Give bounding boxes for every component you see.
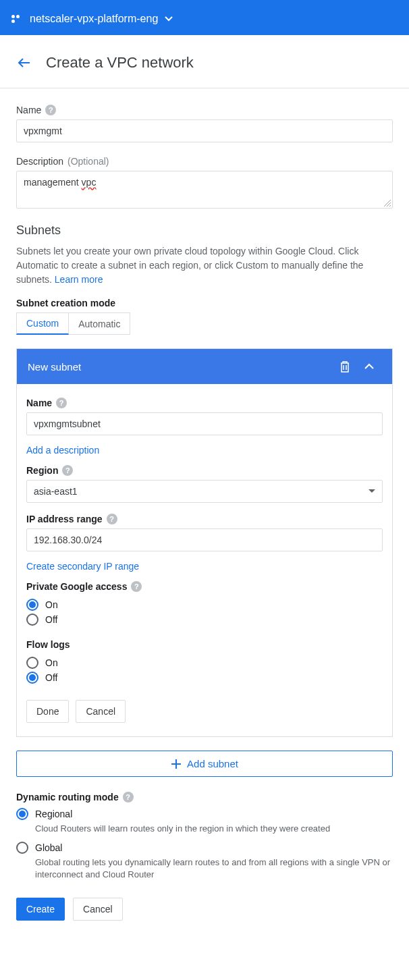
- radio-selected-icon: [26, 672, 38, 684]
- subnet-cancel-button[interactable]: Cancel: [76, 700, 126, 723]
- subnet-name-label: Name: [26, 398, 52, 408]
- cancel-button[interactable]: Cancel: [73, 898, 123, 921]
- pga-on-radio[interactable]: On: [26, 599, 383, 611]
- description-label: Description: [16, 156, 63, 167]
- subnet-header-title: New subnet: [28, 361, 81, 373]
- pga-label: Private Google access: [26, 581, 127, 592]
- top-bar: netscaler-vpx-platform-eng: [0, 0, 409, 35]
- ip-range-input[interactable]: [26, 528, 383, 551]
- chevron-down-icon[interactable]: [165, 16, 173, 22]
- flow-on-radio[interactable]: On: [26, 657, 383, 669]
- radio-icon: [26, 614, 38, 626]
- ip-range-label: IP address range: [26, 514, 103, 524]
- subnets-help: Subnets let you create your own private …: [16, 244, 393, 287]
- learn-more-link[interactable]: Learn more: [55, 274, 103, 285]
- back-arrow-icon[interactable]: [16, 55, 32, 71]
- description-text: management: [24, 177, 82, 188]
- resize-handle-icon[interactable]: [384, 200, 391, 207]
- routing-global-radio[interactable]: Global: [16, 842, 393, 854]
- project-selector[interactable]: netscaler-vpx-platform-eng: [30, 13, 158, 25]
- radio-icon: [16, 842, 28, 854]
- routing-regional-radio[interactable]: Regional: [16, 808, 393, 820]
- delete-subnet-button[interactable]: [333, 360, 357, 373]
- subnet-card: New subnet Name ? Add a description Regi…: [16, 348, 393, 737]
- chevron-up-icon: [364, 363, 375, 370]
- add-description-link[interactable]: Add a description: [26, 445, 99, 456]
- help-icon[interactable]: ?: [131, 581, 142, 592]
- subnet-card-header: New subnet: [17, 349, 392, 384]
- optional-label: (Optional): [67, 156, 109, 167]
- subnet-mode-toggle: Custom Automatic: [16, 312, 393, 335]
- help-icon[interactable]: ?: [62, 465, 73, 476]
- flow-off-radio[interactable]: Off: [26, 672, 383, 684]
- mode-automatic-button[interactable]: Automatic: [69, 312, 130, 335]
- radio-label: Regional: [35, 809, 72, 819]
- trash-icon: [339, 360, 350, 373]
- secondary-ip-link[interactable]: Create secondary IP range: [26, 561, 139, 572]
- routing-global-desc: Global routing lets you dynamically lear…: [35, 856, 393, 881]
- region-label: Region: [26, 465, 58, 476]
- radio-selected-icon: [26, 599, 38, 611]
- radio-label: Off: [45, 614, 57, 625]
- radio-selected-icon: [16, 808, 28, 820]
- subnet-mode-label: Subnet creation mode: [16, 298, 393, 308]
- help-icon[interactable]: ?: [123, 792, 134, 802]
- routing-regional-desc: Cloud Routers will learn routes only in …: [35, 823, 393, 835]
- flow-logs-label: Flow logs: [26, 639, 70, 650]
- name-label: Name: [16, 105, 41, 115]
- region-select[interactable]: [26, 480, 383, 503]
- page-header: Create a VPC network: [0, 35, 409, 88]
- add-subnet-label: Add subnet: [187, 758, 238, 769]
- subnet-name-input[interactable]: [26, 412, 383, 435]
- pga-off-radio[interactable]: Off: [26, 614, 383, 626]
- product-icon: [11, 13, 23, 25]
- routing-mode-label: Dynamic routing mode: [16, 792, 119, 802]
- help-icon[interactable]: ?: [56, 398, 67, 408]
- name-input[interactable]: [16, 119, 393, 142]
- radio-icon: [26, 657, 38, 669]
- mode-custom-button[interactable]: Custom: [16, 312, 69, 335]
- add-subnet-button[interactable]: Add subnet: [16, 751, 393, 777]
- radio-label: On: [45, 599, 58, 610]
- help-icon[interactable]: ?: [45, 105, 56, 115]
- subnet-done-button[interactable]: Done: [26, 700, 69, 723]
- radio-label: On: [45, 657, 58, 668]
- plus-icon: [171, 759, 182, 769]
- description-input[interactable]: management vpc: [16, 171, 393, 209]
- subnets-title: Subnets: [16, 223, 393, 238]
- collapse-subnet-button[interactable]: [357, 363, 381, 370]
- help-icon[interactable]: ?: [107, 514, 117, 524]
- description-text-err: vpc: [82, 177, 97, 188]
- radio-label: Off: [45, 672, 57, 683]
- page-title: Create a VPC network: [46, 54, 194, 72]
- create-button[interactable]: Create: [16, 898, 65, 921]
- radio-label: Global: [35, 842, 62, 853]
